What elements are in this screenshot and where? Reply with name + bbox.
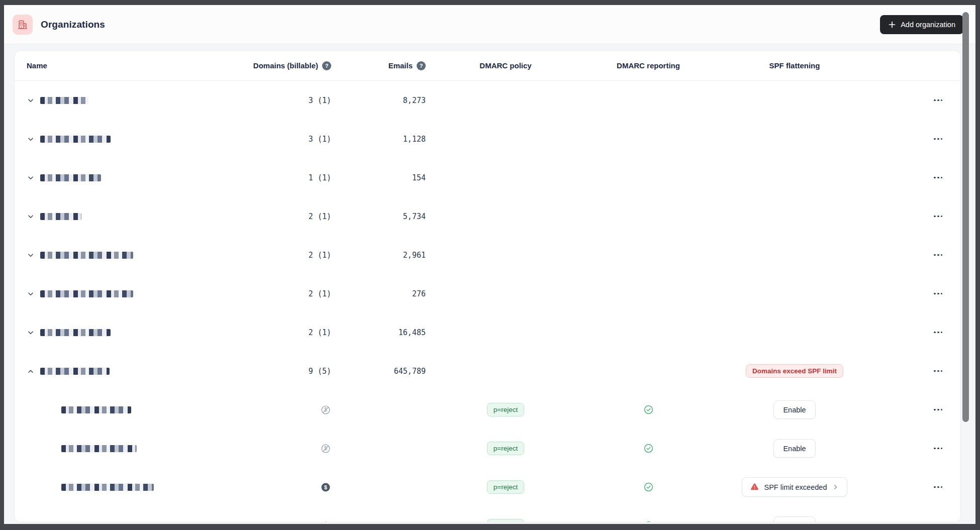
domain-name-redacted <box>61 522 122 523</box>
window-frame: Organizations Add organization Name Doma… <box>0 0 980 530</box>
row-menu-button[interactable] <box>929 135 947 143</box>
scrollbar-thumb[interactable] <box>962 12 969 422</box>
spf-enable-button[interactable]: Enable <box>773 439 815 458</box>
chevron-toggle[interactable] <box>27 135 35 143</box>
table-row[interactable]: 2 (1) 16,485 <box>15 313 960 352</box>
page-content: Name Domains (billable) ? Emails ? DMARC… <box>4 50 975 522</box>
dmarc-policy-cell: p=reject <box>426 519 585 522</box>
row-menu-button[interactable] <box>929 290 947 298</box>
org-name-cell <box>27 135 242 143</box>
non-billable-icon: $ <box>320 443 331 454</box>
chevron-toggle[interactable] <box>27 96 35 104</box>
dmarc-policy-badge: p=reject <box>487 442 524 455</box>
table-row[interactable]: 2 (1) 276 <box>15 274 960 313</box>
org-name-redacted <box>40 174 101 181</box>
row-menu-button[interactable] <box>929 445 947 453</box>
actions-cell <box>878 251 948 259</box>
org-name-redacted <box>40 213 81 220</box>
column-header-dmarc-policy: DMARC policy <box>426 61 585 70</box>
org-name-cell <box>27 213 242 221</box>
org-name-redacted <box>40 136 111 143</box>
domains-value: 2 (1) <box>242 212 331 221</box>
chevron-down-icon <box>27 213 35 221</box>
spf-flattening-cell: Enable <box>711 400 878 419</box>
domain-name-cell <box>27 406 242 413</box>
row-menu-button[interactable] <box>929 483 947 491</box>
emails-value: 2,961 <box>331 251 426 260</box>
spf-enable-button[interactable]: Enable <box>773 400 815 419</box>
chevron-toggle[interactable] <box>27 174 35 182</box>
emails-value: 645,789 <box>331 367 426 376</box>
domain-name-cell <box>27 522 242 523</box>
chevron-toggle[interactable] <box>27 290 35 298</box>
domain-row[interactable]: $ p=reject Enable <box>15 429 960 468</box>
chevron-right-icon <box>832 483 839 491</box>
table-row[interactable]: 2 (1) 2,961 <box>15 236 960 274</box>
chevron-toggle[interactable] <box>27 329 35 337</box>
billable-icon: $ <box>320 482 331 493</box>
spf-enable-button[interactable]: Enable <box>773 516 815 522</box>
billable-cell: $ <box>242 520 331 523</box>
table-header-row: Name Domains (billable) ? Emails ? DMARC… <box>15 51 960 81</box>
actions-cell <box>878 290 948 298</box>
row-menu-button[interactable] <box>929 213 947 221</box>
chevron-down-icon <box>27 135 35 143</box>
chevron-toggle[interactable] <box>27 251 35 259</box>
dmarc-policy-badge: p=reject <box>487 519 524 522</box>
row-menu-button[interactable] <box>929 522 947 522</box>
page-header: Organizations Add organization <box>4 5 975 44</box>
row-menu-button[interactable] <box>929 96 947 104</box>
domain-name-cell <box>27 445 242 452</box>
row-menu-button[interactable] <box>929 251 947 259</box>
chevron-down-icon <box>27 174 35 182</box>
organizations-page: Organizations Add organization Name Doma… <box>4 5 975 524</box>
table-row[interactable]: 3 (1) 8,273 <box>15 81 960 120</box>
row-menu-button[interactable] <box>929 329 947 337</box>
actions-cell <box>878 445 948 453</box>
dmarc-policy-cell: p=reject <box>426 442 585 455</box>
non-billable-icon: $ <box>320 404 331 415</box>
chevron-down-icon <box>27 290 35 298</box>
add-organization-button[interactable]: Add organization <box>880 15 963 34</box>
column-header-domains: Domains (billable) ? <box>242 61 331 70</box>
domains-value: 1 (1) <box>242 173 331 182</box>
org-name-redacted <box>40 97 88 104</box>
domain-row[interactable]: $ p=reject Enable <box>15 390 960 429</box>
add-organization-label: Add organization <box>901 21 955 29</box>
chevron-toggle[interactable] <box>27 213 35 221</box>
help-icon[interactable]: ? <box>322 61 331 70</box>
non-billable-icon: $ <box>320 520 331 523</box>
org-name-cell <box>27 329 242 337</box>
domain-row[interactable]: $ p=reject SPF limit exceeded <box>15 468 960 506</box>
table-row[interactable]: 2 (1) 5,734 <box>15 197 960 236</box>
table-row[interactable]: 1 (1) 154 <box>15 158 960 197</box>
actions-cell <box>878 367 948 375</box>
plus-icon <box>888 21 896 29</box>
org-name-cell <box>27 174 242 182</box>
org-name-cell <box>27 251 242 259</box>
table-row[interactable]: 3 (1) 1,128 <box>15 120 960 158</box>
spf-flattening-cell: Domains exceed SPF limit <box>711 364 878 378</box>
row-menu-button[interactable] <box>929 174 947 182</box>
dmarc-policy-badge: p=reject <box>487 480 524 494</box>
help-icon[interactable]: ? <box>417 61 426 70</box>
billable-cell: $ <box>242 404 331 415</box>
emails-value: 16,485 <box>331 328 426 337</box>
spf-alert-badge: Domains exceed SPF limit <box>746 364 843 378</box>
warning-icon <box>750 482 759 492</box>
actions-cell <box>878 329 948 337</box>
emails-value: 154 <box>331 173 426 182</box>
table-row[interactable]: 9 (5) 645,789 Domains exceed SPF limit <box>15 352 960 390</box>
dmarc-reporting-ok-icon <box>643 520 654 522</box>
org-name-redacted <box>40 368 110 375</box>
spf-warning-label: SPF limit exceeded <box>764 483 827 491</box>
row-menu-button[interactable] <box>929 406 947 414</box>
chevron-toggle[interactable] <box>27 367 35 375</box>
org-name-redacted <box>40 329 111 336</box>
actions-cell <box>878 522 948 522</box>
row-menu-button[interactable] <box>929 367 947 375</box>
organizations-table: Name Domains (billable) ? Emails ? DMARC… <box>14 50 961 522</box>
domain-row[interactable]: $ p=reject Enable <box>15 506 960 522</box>
spf-limit-exceeded-button[interactable]: SPF limit exceeded <box>742 477 848 497</box>
dmarc-policy-badge: p=reject <box>487 403 524 416</box>
